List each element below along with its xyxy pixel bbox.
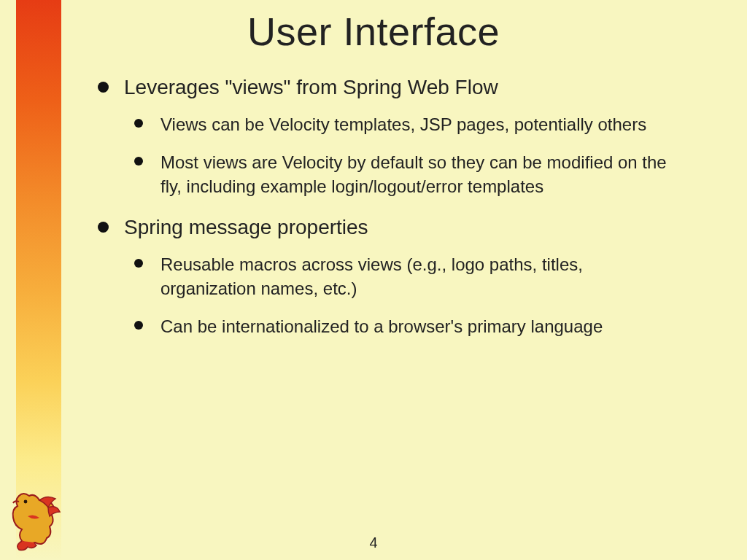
- page-number: 4: [0, 534, 747, 551]
- bullet-lv1: Spring message properties Reusable macro…: [95, 214, 678, 338]
- bullet-lv1: Leverages "views" from Spring Web Flow V…: [95, 74, 678, 198]
- bullet-lv2-text: Most views are Velocity by default so th…: [160, 152, 667, 195]
- svg-point-0: [24, 500, 28, 504]
- bullet-lv2: Most views are Velocity by default so th…: [131, 151, 678, 198]
- bullet-lv2-text: Reusable macros across views (e.g., logo…: [160, 254, 583, 298]
- slide-title: User Interface: [0, 9, 747, 54]
- bullet-lv2: Can be internationalized to a browser's …: [131, 315, 678, 338]
- bullet-lv2: Reusable macros across views (e.g., logo…: [131, 253, 678, 300]
- slide-body: Leverages "views" from Spring Web Flow V…: [95, 74, 678, 338]
- griffin-icon: [4, 487, 63, 554]
- bullet-lv2-text: Views can be Velocity templates, JSP pag…: [160, 114, 646, 134]
- bullet-lv2: Views can be Velocity templates, JSP pag…: [131, 113, 678, 136]
- bullet-lv1-text: Leverages "views" from Spring Web Flow: [124, 76, 498, 98]
- slide-content: User Interface Leverages "views" from Sp…: [0, 0, 747, 560]
- bullet-lv2-text: Can be internationalized to a browser's …: [160, 316, 603, 336]
- bullet-lv1-text: Spring message properties: [124, 216, 368, 238]
